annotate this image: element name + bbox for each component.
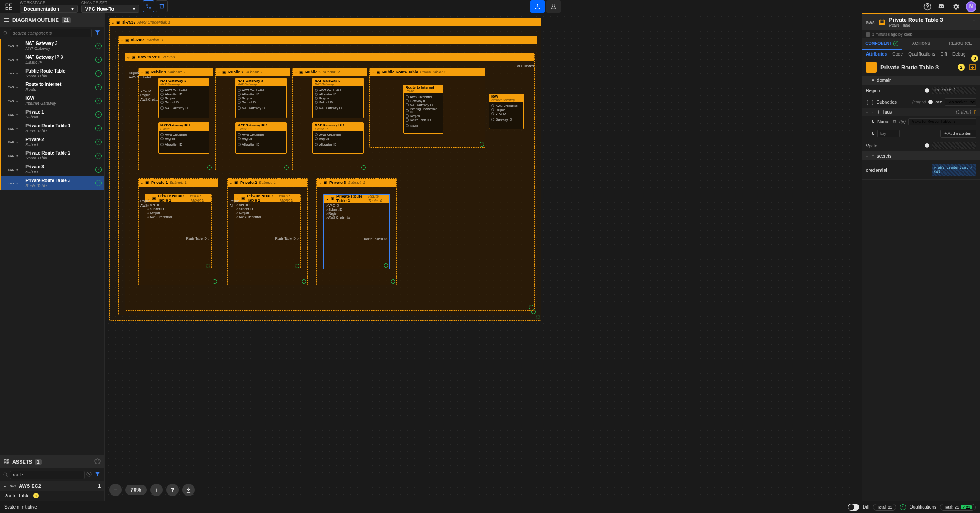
input-port[interactable]: AWS Credential <box>315 88 361 92</box>
input-port[interactable]: Subnet ID <box>238 100 284 104</box>
subtab-debug[interactable]: Debug <box>952 52 965 57</box>
outline-filter-button[interactable] <box>94 28 102 37</box>
component-menu-button[interactable]: ⋮ <box>972 20 976 25</box>
node-igw[interactable]: IGWInternet Gateway AWS CredentialRegion… <box>489 94 524 129</box>
edit-tags-icon[interactable]: ▯ <box>974 110 976 114</box>
outline-item[interactable]: aws ▫ IGWInternet Gateway ✓ <box>0 94 104 108</box>
clear-search-button[interactable] <box>86 472 92 478</box>
user-avatar[interactable]: N <box>966 1 976 12</box>
outline-item[interactable]: aws ▫ NAT Gateway 3NAT Gateway ✓ <box>0 39 104 53</box>
outline-search-input[interactable] <box>10 29 92 37</box>
input-port[interactable]: VPC ID <box>491 112 521 116</box>
outline-item[interactable]: aws ▫ NAT Gateway IP 3Elastic IP ✓ <box>0 53 104 67</box>
fx-icon[interactable]: f(x) <box>899 119 906 124</box>
output-port[interactable]: Gateway ID <box>491 118 521 122</box>
subtab-attributes[interactable]: Attributes <box>866 52 887 57</box>
frame-prt1[interactable]: ⌄▣Private Route Table 1Route Table: 0 ○ … <box>145 194 212 269</box>
node-ng3[interactable]: NAT Gateway 3NAT Gateway AWS CredentialA… <box>312 78 364 118</box>
frame-prt3[interactable]: ⌄▣Private Route Table 3Route Table: 0 ○ … <box>323 194 390 269</box>
input-port[interactable]: Subnet ID <box>160 100 207 104</box>
assets-help-icon[interactable] <box>94 458 101 465</box>
delete-changeset-button[interactable] <box>156 0 168 12</box>
node-rti[interactable]: Route to InternetRoute AWS CredentialGat… <box>403 85 443 134</box>
input-port[interactable]: Allocation ID <box>315 92 361 96</box>
tab-component[interactable]: COMPONENT✓ <box>862 38 902 50</box>
input-port[interactable]: Subnet ID <box>315 100 361 104</box>
asset-group-aws-ec2[interactable]: ⌄ aws AWS EC2 1 <box>0 481 104 491</box>
node-ngip3[interactable]: NAT Gateway IP 3Elastic IP AWS Credentia… <box>312 122 364 154</box>
output-port[interactable]: Allocation ID <box>160 142 207 147</box>
outline-item[interactable]: aws ▫ Private 3Subnet ✓ <box>0 163 104 176</box>
output-port[interactable]: NAT Gateway ID <box>160 106 207 110</box>
assets-filter-button[interactable] <box>94 470 102 479</box>
node-ngip1[interactable]: NAT Gateway IP 1Elastic IP AWS Credentia… <box>158 122 209 154</box>
outline-item[interactable]: aws ▫ Private 2Subnet ✓ <box>0 135 104 149</box>
input-port[interactable]: ○ Subnet ID <box>326 208 387 212</box>
socket-indicator[interactable] <box>928 100 933 104</box>
input-port[interactable]: ○ AWS Credential <box>326 216 387 220</box>
output-port[interactable]: NAT Gateway ID <box>315 106 361 110</box>
tab-actions[interactable]: ACTIONS <box>902 38 941 50</box>
frame-prt2[interactable]: ⌄▣Private Route Table 2Route Table: 0 ○ … <box>234 194 301 269</box>
outline-item[interactable]: aws ▫ Public Route TableRoute Table ✓ <box>0 67 104 81</box>
node-ng2[interactable]: NAT Gateway 2NAT Gateway AWS CredentialA… <box>235 78 287 118</box>
input-port[interactable]: ○ Subnet ID <box>236 207 299 211</box>
download-button[interactable] <box>182 484 195 496</box>
merge-button[interactable] <box>143 0 154 12</box>
input-port[interactable]: AWS Credential <box>160 133 207 137</box>
delete-tag-button[interactable] <box>892 119 897 125</box>
input-port[interactable]: ○ Region <box>326 212 387 216</box>
discord-icon[interactable] <box>937 2 946 11</box>
diff-toggle[interactable] <box>848 504 859 511</box>
workspace-select[interactable]: Documentation <box>20 5 78 13</box>
settings-icon[interactable] <box>951 2 960 11</box>
subtab-code[interactable]: Code <box>892 52 903 57</box>
input-port[interactable]: ○ VPC ID <box>236 203 299 207</box>
input-port[interactable]: Allocation ID <box>160 92 207 96</box>
input-port[interactable]: ○ Region <box>236 211 299 215</box>
input-port[interactable]: Route Table ID <box>406 118 441 122</box>
input-port[interactable]: AWS Credential <box>406 95 441 99</box>
input-port[interactable]: Region <box>238 96 284 100</box>
help-icon[interactable] <box>923 2 932 11</box>
zoom-out-button[interactable]: − <box>109 484 122 496</box>
input-port[interactable]: ○ VPC ID <box>326 204 387 208</box>
socket-indicator[interactable] <box>925 143 929 148</box>
input-port[interactable]: NAT Gateway ID <box>406 103 441 107</box>
input-port[interactable]: AWS Credential <box>491 104 521 108</box>
input-port[interactable]: Region <box>238 137 284 141</box>
section-domain-header[interactable]: ⌄ ≡ domain <box>862 76 980 85</box>
diagram-view-button[interactable] <box>530 0 545 13</box>
input-port[interactable]: AWS Credential <box>315 133 361 137</box>
outline-item[interactable]: aws ▫ Private Route Table 2Route Table ✓ <box>0 149 104 163</box>
input-port[interactable]: Region <box>491 108 521 112</box>
subtab-diff[interactable]: Diff <box>940 52 947 57</box>
input-port[interactable]: Region <box>160 137 207 141</box>
output-port[interactable]: Allocation ID <box>238 142 284 147</box>
input-port[interactable]: Region <box>315 137 361 141</box>
input-port[interactable]: AWS Credential <box>160 88 207 92</box>
asset-item-route-table[interactable]: Route Table 1 <box>0 491 104 501</box>
input-port[interactable]: AWS Credential <box>238 133 284 137</box>
changeset-select[interactable]: VPC How-To <box>81 5 139 13</box>
outline-item[interactable]: aws ▫ Private Route Table 3Route Table ✓ <box>0 176 104 190</box>
section-tags-header[interactable]: ⌄ { } Tags (1 item) ▯ <box>862 108 980 116</box>
input-port[interactable]: Allocation ID <box>238 92 284 96</box>
input-port[interactable]: Region <box>315 96 361 100</box>
color-swatch[interactable] <box>866 62 877 73</box>
subtab-qualifications[interactable]: Qualifications <box>908 52 935 57</box>
canvas-help-button[interactable]: ? <box>166 484 179 496</box>
input-port[interactable]: Region <box>160 96 207 100</box>
add-map-item-button[interactable]: + Add map item <box>940 130 976 138</box>
subnetids-set-select[interactable]: via socket <box>945 98 976 106</box>
outline-item[interactable]: aws ▫ Route to InternetRoute ✓ <box>0 80 104 94</box>
assets-search-input[interactable] <box>10 471 85 479</box>
zoom-in-button[interactable]: + <box>150 484 163 496</box>
outline-item[interactable]: aws ▫ Private Route Table 1Route Table ✓ <box>0 122 104 135</box>
input-port[interactable]: Gateway ID <box>406 99 441 103</box>
new-key-input[interactable] <box>877 130 900 137</box>
component-name-field[interactable]: Private Route Table 3 <box>880 64 954 71</box>
input-port[interactable]: ○ VPC ID <box>147 203 209 207</box>
input-port[interactable]: Peering Connection ID <box>406 107 441 114</box>
input-port[interactable]: ○ AWS Credential <box>147 215 209 219</box>
